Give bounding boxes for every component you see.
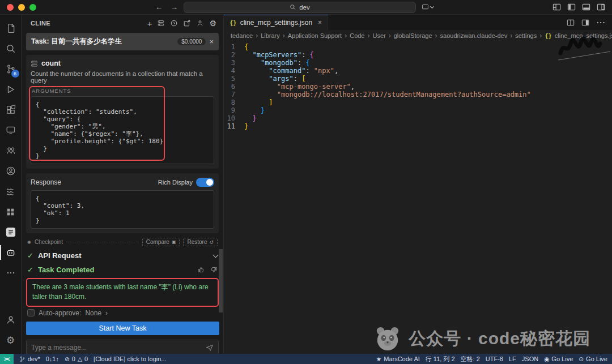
activity-run-debug[interactable] <box>0 79 22 100</box>
task-header[interactable]: Task: 目前一共有多少名学生 $0.0000 × <box>26 33 219 50</box>
chevron-right-icon: › <box>105 309 108 317</box>
toggle-panel-bottom-icon[interactable] <box>582 3 590 11</box>
history-back-button[interactable]: ← <box>155 3 163 11</box>
arguments-code: { "collection": "students", "query": { "… <box>31 96 214 164</box>
tool-name: count <box>41 59 61 67</box>
activity-source-control[interactable]: 6 <box>0 59 22 79</box>
breadcrumb-item[interactable]: globalStorage <box>394 32 432 39</box>
activity-more[interactable] <box>0 263 22 283</box>
thumbs-down-icon[interactable] <box>210 266 218 273</box>
breadcrumb-item[interactable]: settings <box>515 32 537 39</box>
start-new-task-button[interactable]: Start New Task <box>26 322 219 335</box>
breadcrumb-item[interactable]: Code <box>350 32 364 39</box>
code-editor[interactable]: 1{2 "mcpServers": {3 "mongodb": {4 "comm… <box>224 41 612 354</box>
code-line[interactable]: 2 "mcpServers": { <box>224 51 612 59</box>
activity-explorer[interactable] <box>0 18 22 38</box>
api-request-row[interactable]: ✓ API Request <box>22 249 223 263</box>
maximize-window-button[interactable] <box>29 4 36 11</box>
toggle-panel-right-icon[interactable] <box>597 3 605 11</box>
activity-chat[interactable] <box>0 161 22 181</box>
close-window-button[interactable] <box>7 4 14 11</box>
explorer-icon <box>6 23 16 33</box>
accounts-button[interactable] <box>0 310 22 330</box>
code-line[interactable]: 11} <box>224 122 612 130</box>
code-line[interactable]: 9 } <box>224 106 612 114</box>
indentation-status[interactable]: 空格: 2 <box>461 355 480 363</box>
history-forward-button[interactable]: → <box>171 3 178 11</box>
marscode-ai-status[interactable]: ★ MarsCode AI <box>376 356 420 362</box>
split-editor-icon[interactable] <box>567 19 575 27</box>
code-line[interactable]: 10 } <box>224 114 612 122</box>
task-text: Task: 目前一共有多少名学生 <box>31 37 174 46</box>
layout-panel-icon[interactable] <box>581 19 589 27</box>
task-completed-row[interactable]: ✓ Task Completed <box>22 263 223 277</box>
new-task-button[interactable]: + <box>147 19 152 28</box>
activity-dashboard[interactable] <box>0 202 22 222</box>
auto-approve-checkbox[interactable] <box>27 309 35 316</box>
rich-display-toggle[interactable] <box>196 178 214 187</box>
breadcrumb-item[interactable]: saoudrizwan.claude-dev <box>440 32 508 39</box>
task-completed-label: Task Completed <box>38 265 94 274</box>
code-line[interactable]: 1{ <box>224 43 612 51</box>
remote-indicator[interactable]: >< <box>0 354 14 364</box>
breadcrumb-item[interactable]: tedance <box>231 32 253 39</box>
sidebar-scrollbar[interactable] <box>219 249 223 312</box>
settings-icon[interactable]: ⚙ <box>209 19 216 27</box>
thumbs-up-icon[interactable] <box>197 266 205 273</box>
message-input[interactable] <box>31 344 206 352</box>
breadcrumb-item[interactable]: Application Support <box>288 32 342 39</box>
activity-extensions[interactable] <box>0 100 22 120</box>
chat-account-icon <box>6 166 16 176</box>
code-line[interactable]: 7 "mongodb://localhost:27017/studentMana… <box>224 91 612 99</box>
chevron-down-icon[interactable] <box>213 252 219 258</box>
tab-label: cline_mcp_settings.json <box>240 19 312 27</box>
history-button[interactable] <box>170 19 178 27</box>
breadcrumb-item[interactable]: User <box>372 32 385 39</box>
cloud-ide-login[interactable]: [Cloud IDE] click to login... <box>94 356 166 362</box>
account-button[interactable] <box>196 19 204 27</box>
sync-status[interactable]: 0↓1↑ <box>46 356 59 362</box>
activity-waves[interactable] <box>0 181 22 202</box>
restore-button[interactable]: Restore↺ <box>183 238 218 246</box>
code-line[interactable]: 6 "mcp-mongo-server", <box>224 83 612 91</box>
arguments-label: ARGUMENTS <box>32 88 214 94</box>
git-branch-status[interactable]: dev* <box>19 356 40 362</box>
code-line-text: "mcp-mongo-server", <box>244 83 355 91</box>
window-icon <box>422 3 429 11</box>
activity-organization[interactable] <box>0 140 22 161</box>
activity-docs[interactable] <box>0 222 22 242</box>
tab-cline-mcp-settings[interactable]: {} cline_mcp_settings.json × <box>224 15 328 30</box>
code-line-text: { <box>244 43 248 51</box>
minimize-window-button[interactable] <box>18 4 25 11</box>
breadcrumb-item[interactable]: Library <box>261 32 280 39</box>
cursor-position-status[interactable]: 行 11, 列 2 <box>426 355 455 363</box>
activity-remote-explorer[interactable] <box>0 120 22 140</box>
activity-cline[interactable] <box>0 242 22 263</box>
language-mode-status[interactable]: JSON <box>522 356 538 362</box>
settings-button[interactable]: ⚙ <box>0 330 22 350</box>
compare-button[interactable]: Compare▣ <box>142 238 180 246</box>
problems-status[interactable]: ⊘ 0 △ 0 <box>65 356 88 362</box>
cloud-env-selector[interactable] <box>422 3 434 11</box>
code-line[interactable]: 5 "args": [ <box>224 75 612 83</box>
auto-approve-row[interactable]: Auto-approve: None › <box>27 309 218 317</box>
code-line[interactable]: 3 "mongodb": { <box>224 59 612 67</box>
close-task-button[interactable]: × <box>209 37 214 46</box>
command-center-search[interactable]: dev <box>184 2 416 13</box>
go-live-server[interactable]: ⊙ Go Live <box>579 356 607 362</box>
toggle-panel-left-icon[interactable] <box>567 3 576 11</box>
code-line[interactable]: 8 ] <box>224 99 612 106</box>
editor-more-actions[interactable]: ⋯ <box>596 17 605 28</box>
close-tab-button[interactable]: × <box>318 19 322 27</box>
line-number: 6 <box>224 83 244 91</box>
encoding-status[interactable]: UTF-8 <box>486 356 503 362</box>
check-icon: ✓ <box>27 251 33 260</box>
activity-search[interactable] <box>0 38 22 59</box>
go-live-broadcast[interactable]: ◉ Go Live <box>544 356 573 362</box>
customize-layout-icon[interactable] <box>552 3 561 11</box>
open-in-editor-button[interactable] <box>183 19 191 27</box>
eol-status[interactable]: LF <box>509 356 516 362</box>
mcp-servers-button[interactable] <box>157 19 165 27</box>
send-icon[interactable] <box>206 344 214 352</box>
code-line[interactable]: 4 "command": "npx", <box>224 67 612 75</box>
